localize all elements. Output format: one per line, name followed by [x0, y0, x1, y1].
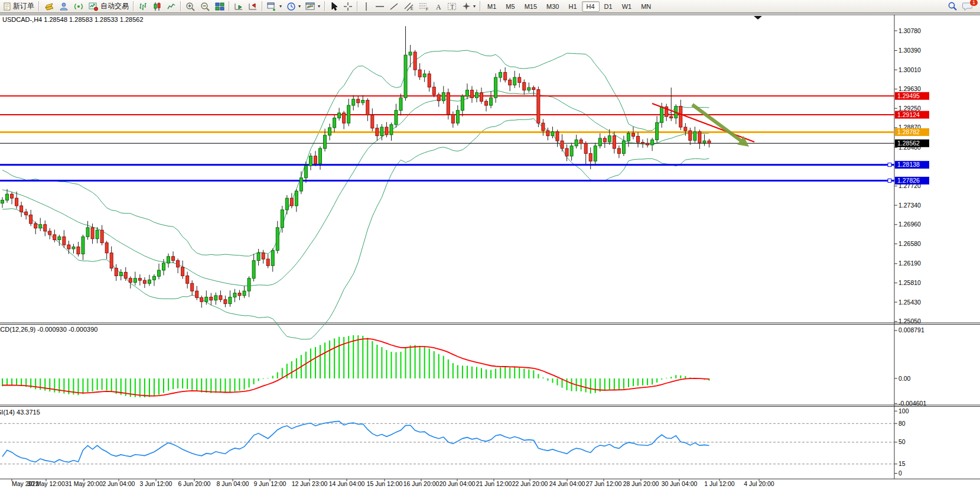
candle	[608, 136, 611, 142]
indicators-button[interactable]: ▾	[303, 1, 323, 12]
line-chart-icon	[167, 2, 176, 11]
profiles-button[interactable]: ▾	[284, 1, 303, 12]
line-handle[interactable]	[888, 179, 891, 182]
line-chart-button[interactable]	[164, 1, 178, 12]
autotrading-button[interactable]: 自动交易	[86, 1, 131, 12]
tile-windows-button[interactable]	[213, 1, 227, 12]
candlestick-chart-icon	[152, 2, 162, 11]
timeframe-button-m15[interactable]: M15	[520, 1, 542, 12]
svg-text:F: F	[426, 7, 428, 11]
timeframe-button-h1[interactable]: H1	[564, 1, 581, 12]
candle	[205, 297, 208, 302]
indicators-icon	[305, 2, 315, 11]
time-axis-label: 30 Jun 04:00	[662, 480, 698, 487]
timeframe-button-m1[interactable]: M1	[483, 1, 501, 12]
chart-area[interactable]: 1.307801.303901.300101.296301.292501.288…	[0, 14, 980, 489]
new-order-label: 新订单	[13, 1, 34, 11]
macd-indicator-label: ACD(12,26,9) -0.000930 -0.000390	[0, 326, 97, 333]
candle	[565, 148, 568, 156]
candle	[371, 115, 374, 128]
search-button[interactable]	[945, 1, 960, 12]
timeframe-button-h4[interactable]: H4	[582, 1, 600, 12]
candle	[613, 136, 616, 148]
text-button[interactable]: A	[432, 1, 445, 12]
candle	[546, 131, 549, 136]
shapes-button[interactable]: ▾	[460, 1, 478, 12]
timeframe-button-m30[interactable]: M30	[542, 1, 564, 12]
equidistant-channel-button[interactable]: E	[401, 1, 416, 12]
toolbar-separator	[480, 1, 481, 11]
signals-button[interactable]	[71, 1, 86, 12]
vertical-line-icon	[362, 2, 370, 11]
chart-canvas[interactable]: 1.307801.303901.300101.296301.292501.288…	[0, 14, 980, 489]
price-badge-label: 1.28138	[897, 161, 920, 168]
zoom-in-button[interactable]	[183, 1, 198, 12]
line-handle[interactable]	[888, 163, 891, 167]
chart-shift-button[interactable]	[246, 1, 260, 12]
candle	[129, 278, 132, 283]
bar-chart-button[interactable]	[136, 1, 150, 12]
timeframe-button-d1[interactable]: D1	[600, 1, 617, 12]
candle	[447, 93, 450, 115]
candle	[404, 55, 407, 98]
candle	[299, 178, 302, 191]
timeframe-group: M1M5M15M30H1H4D1W1MN	[483, 1, 656, 12]
new-chart-button[interactable]: ▾	[265, 1, 284, 12]
candle	[53, 235, 56, 240]
candle	[124, 272, 127, 278]
price-axis-label: 1.25050	[898, 318, 921, 325]
candle	[490, 98, 493, 105]
timeframe-button-w1[interactable]: W1	[617, 1, 637, 12]
toolbar-separator	[229, 1, 230, 11]
candle	[152, 276, 155, 280]
candle	[470, 90, 473, 98]
zoom-out-button[interactable]	[198, 1, 213, 12]
candle	[528, 88, 530, 90]
time-axis-label: 12 Jun 23:00	[292, 480, 328, 487]
new-order-button[interactable]: 新订单	[1, 1, 37, 12]
horizontal-line-button[interactable]	[373, 1, 387, 12]
trading-terminal-window: { "toolbar": { "new_order_label": "新订单",…	[0, 0, 980, 489]
candle	[579, 140, 582, 143]
time-axis-label: 28 Jun 20:00	[623, 480, 659, 487]
vertical-line-button[interactable]	[360, 1, 373, 12]
candle	[518, 77, 521, 83]
candle	[143, 280, 146, 283]
candle	[100, 230, 103, 242]
candle	[67, 245, 70, 249]
auto-scroll-button[interactable]	[232, 1, 246, 12]
autotrading-icon	[89, 2, 99, 11]
chart-title: USDCAD-,H4 1.28548 1.28583 1.28533 1.285…	[2, 16, 144, 23]
candle	[556, 132, 559, 141]
deposit-button[interactable]	[41, 1, 57, 12]
community-button[interactable]	[57, 1, 71, 12]
toolbar-separator	[262, 1, 263, 11]
time-axis-label: 4 Jul 20:00	[744, 480, 774, 487]
candlestick-chart-button[interactable]	[150, 1, 164, 12]
crosshair-icon	[343, 2, 353, 11]
timeframe-button-mn[interactable]: MN	[636, 1, 656, 12]
chat-button[interactable]: 1	[960, 1, 975, 12]
trendline-button[interactable]	[387, 1, 401, 12]
text-label-button[interactable]: T	[445, 1, 460, 12]
candle	[513, 77, 516, 85]
price-axis-label: 1.26190	[898, 260, 921, 267]
candle	[684, 127, 687, 131]
candle	[656, 122, 659, 140]
candle	[11, 194, 14, 198]
candle	[537, 90, 540, 124]
time-axis-label: 20 Jun 04:00	[439, 480, 476, 487]
candle	[451, 115, 454, 124]
time-axis-label: 1 Jul 12:00	[704, 480, 735, 487]
candle	[343, 113, 346, 123]
fibonacci-button[interactable]: F	[416, 1, 432, 12]
candle	[428, 74, 431, 87]
candle	[694, 132, 696, 141]
main-toolbar: 新订单 自动交易	[0, 0, 980, 14]
candle	[110, 253, 113, 268]
candle	[414, 52, 416, 70]
cursor-button[interactable]	[327, 1, 341, 12]
timeframe-button-m5[interactable]: M5	[501, 1, 519, 12]
crosshair-button[interactable]	[341, 1, 355, 12]
candle	[637, 136, 640, 142]
